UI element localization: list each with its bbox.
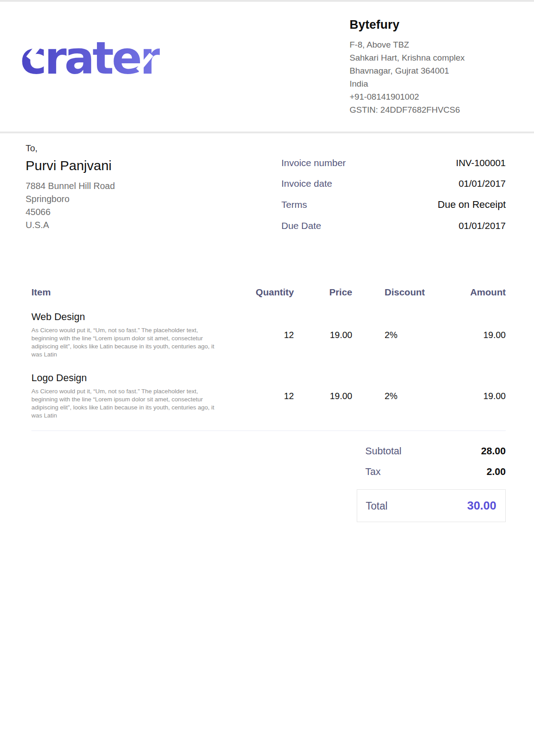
items-table: Item Quantity Price Discount Amount Web … [26,287,506,431]
header-divider [0,132,534,133]
terms-value: Due on Receipt [438,199,506,211]
item-name: Logo Design [31,372,251,384]
item-amount: 19.00 [438,372,506,420]
company-address-line-4: India [350,77,506,90]
item-amount: 19.00 [438,311,506,359]
company-info: Bytefury F-8, Above TBZ Sahkari Hart, Kr… [350,14,506,116]
tax-row: Tax 2.00 [357,466,506,478]
total-value: 30.00 [467,499,496,513]
invoice-number-label: Invoice number [281,158,346,168]
company-phone: +91-08141901002 [350,90,506,103]
item-row-logo-design: Logo Design As Cicero would put it, “Um,… [31,372,506,420]
column-header-item: Item [31,287,251,298]
invoice-date-row: Invoice date 01/01/2017 [281,178,506,189]
item-description: As Cicero would put it, “Um, not so fast… [31,326,223,359]
tax-label: Tax [365,466,381,478]
item-discount: 2% [352,372,438,420]
customer-address-line-1: 7884 Bunnel Hill Road [26,180,115,193]
invoice-date-value: 01/01/2017 [459,178,506,189]
company-name: Bytefury [350,18,506,32]
column-header-discount: Discount [352,287,438,298]
customer-address-line-3: 45066 [26,206,115,219]
invoice-number-row: Invoice number INV-100001 [281,158,506,168]
company-address-line-2: Sahkari Hart, Krishna complex [350,51,506,64]
item-discount: 2% [352,311,438,359]
item-row-web-design: Web Design As Cicero would put it, “Um, … [31,311,506,359]
items-table-header: Item Quantity Price Discount Amount [31,287,506,298]
invoice-number-value: INV-100001 [456,158,506,168]
table-bottom-divider [31,431,506,431]
due-date-row: Due Date 01/01/2017 [281,220,506,231]
subtotal-row: Subtotal 28.00 [357,445,506,457]
to-label: To, [26,143,115,154]
total-box: Total 30.00 [357,489,506,522]
tax-value: 2.00 [486,466,506,478]
subtotal-label: Subtotal [365,445,402,457]
company-gstin: GSTIN: 24DDF7682FHVCS6 [350,103,506,116]
company-address-line-1: F-8, Above TBZ [350,38,506,51]
invoice-header: crater Bytefury F-8, Above TBZ Sahkari H… [0,2,534,132]
crater-logo: crater [20,36,160,81]
item-name: Web Design [31,311,251,323]
total-label: Total [366,500,388,512]
invoice-body: To, Purvi Panjvani 7884 Bunnel Hill Road… [0,143,534,522]
billing-section: To, Purvi Panjvani 7884 Bunnel Hill Road… [26,143,506,241]
due-date-value: 01/01/2017 [459,220,506,231]
subtotal-value: 28.00 [481,445,506,457]
terms-row: Terms Due on Receipt [281,199,506,211]
invoice-meta: Invoice number INV-100001 Invoice date 0… [281,158,506,241]
item-price: 19.00 [294,372,352,420]
company-address-line-3: Bhavnagar, Gujrat 364001 [350,64,506,77]
totals-section: Subtotal 28.00 Tax 2.00 Total 30.00 [357,445,506,522]
item-quantity: 12 [251,311,294,359]
item-cell: Web Design As Cicero would put it, “Um, … [31,311,251,359]
customer-block: To, Purvi Panjvani 7884 Bunnel Hill Road… [26,143,115,241]
due-date-label: Due Date [281,220,321,231]
customer-name: Purvi Panjvani [26,158,115,173]
customer-address-line-2: Springboro [26,193,115,206]
item-quantity: 12 [251,372,294,420]
item-cell: Logo Design As Cicero would put it, “Um,… [31,372,251,420]
column-header-amount: Amount [438,287,506,298]
column-header-price: Price [294,287,352,298]
column-header-quantity: Quantity [251,287,294,298]
item-price: 19.00 [294,311,352,359]
customer-address-line-4: U.S.A [26,219,115,232]
terms-label: Terms [281,199,307,210]
item-description: As Cicero would put it, “Um, not so fast… [31,387,223,420]
invoice-date-label: Invoice date [281,178,332,189]
